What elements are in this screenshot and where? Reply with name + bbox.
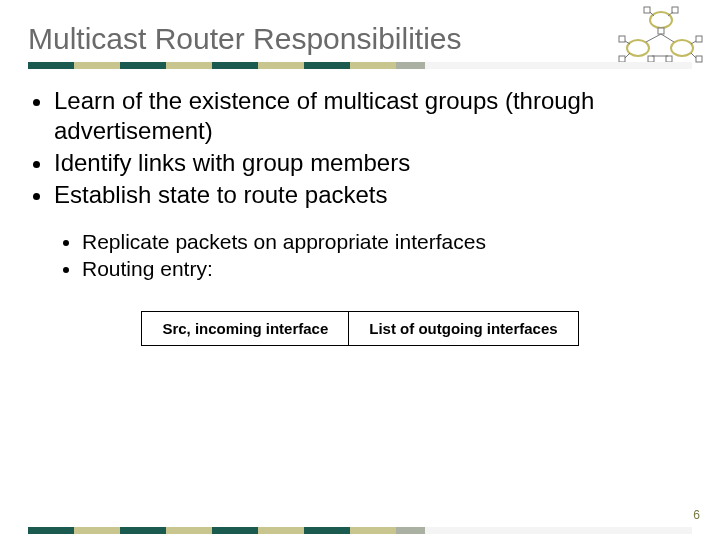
svg-rect-3 <box>658 28 664 34</box>
svg-line-11 <box>625 53 630 58</box>
bullet-item: Learn of the existence of multicast grou… <box>54 86 692 146</box>
page-number: 6 <box>693 508 700 522</box>
sub-bullet-item: Replicate packets on appropriate interfa… <box>82 228 692 255</box>
svg-line-16 <box>691 41 696 44</box>
network-diagram-icon <box>616 6 706 68</box>
svg-point-6 <box>627 40 649 56</box>
table-cell: Src, incoming interface <box>142 311 349 345</box>
svg-rect-1 <box>644 7 650 13</box>
svg-rect-7 <box>619 36 625 42</box>
bullet-list: Learn of the existence of multicast grou… <box>28 86 692 210</box>
routing-entry-table-wrap: Src, incoming interface List of outgoing… <box>28 311 692 346</box>
svg-point-12 <box>671 40 693 56</box>
divider-stripe-top <box>28 62 692 69</box>
sub-bullet-list: Replicate packets on appropriate interfa… <box>28 228 692 283</box>
svg-rect-13 <box>696 36 702 42</box>
svg-rect-14 <box>696 56 702 62</box>
svg-line-19 <box>661 34 674 42</box>
sub-bullet-item: Routing entry: <box>82 255 692 282</box>
svg-line-18 <box>646 34 661 42</box>
page-title: Multicast Router Responsibilities <box>28 22 462 56</box>
divider-stripe-bottom <box>28 527 692 534</box>
svg-point-0 <box>650 12 672 28</box>
bullet-item: Establish state to route packets <box>54 180 692 210</box>
bullet-item: Identify links with group members <box>54 148 692 178</box>
routing-entry-table: Src, incoming interface List of outgoing… <box>141 311 578 346</box>
svg-line-17 <box>691 53 696 58</box>
slide-content: Learn of the existence of multicast grou… <box>28 86 692 346</box>
table-cell: List of outgoing interfaces <box>349 311 578 345</box>
